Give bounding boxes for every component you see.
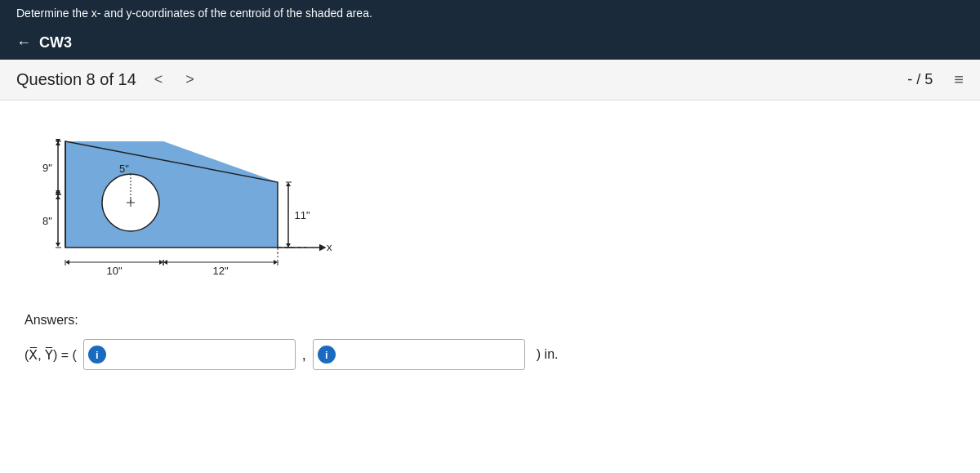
course-title: CW3 xyxy=(39,34,72,51)
dim-11-label: 11" xyxy=(294,209,310,221)
next-question-button[interactable]: > xyxy=(180,69,199,90)
score-display: - / 5 xyxy=(907,71,933,88)
svg-marker-20 xyxy=(65,260,69,265)
axis-x-label: x xyxy=(327,241,332,253)
top-banner: Determine the x- and y-coordinates of th… xyxy=(0,0,980,26)
input1-wrapper: i xyxy=(83,339,296,370)
question-header: Question 8 of 14 < > - / 5 ≡ xyxy=(0,60,980,100)
svg-marker-21 xyxy=(159,260,163,265)
svg-marker-30 xyxy=(56,141,60,145)
input2-wrapper: i xyxy=(313,339,525,370)
unit-label: ) in. xyxy=(537,347,559,362)
dim-9-label: 9" xyxy=(42,162,52,174)
svg-marker-33 xyxy=(56,195,60,199)
equation-label: (X̅, Y̅) = ( xyxy=(24,347,77,363)
dim-12-label: 12" xyxy=(212,265,228,277)
input-row: (X̅, Y̅) = ( i , i ) in. xyxy=(24,339,956,370)
dim-8-label: 8" xyxy=(42,215,52,227)
svg-marker-34 xyxy=(56,243,60,247)
back-arrow-icon[interactable]: ← xyxy=(16,34,31,51)
svg-marker-36 xyxy=(286,182,291,186)
diagram-container: 9" 8" 5" 11" x 10 xyxy=(24,125,956,297)
info-icon-2[interactable]: i xyxy=(318,346,336,364)
main-content: 9" 8" 5" 11" x 10 xyxy=(0,100,980,473)
info-icon-1[interactable]: i xyxy=(88,346,106,364)
diagram-svg: 9" 8" 5" 11" x 10 xyxy=(24,125,368,297)
y-coordinate-input[interactable] xyxy=(313,339,525,370)
prev-question-button[interactable]: < xyxy=(149,69,168,90)
svg-marker-31 xyxy=(56,190,60,194)
dim-5-label: 5" xyxy=(119,163,129,175)
svg-marker-25 xyxy=(163,260,167,265)
nav-bar: ← CW3 xyxy=(0,26,980,60)
question-number: Question 8 of 14 xyxy=(16,70,136,89)
answers-section: Answers: (X̅, Y̅) = ( i , i ) in. xyxy=(24,313,956,370)
dim-10-label: 10" xyxy=(106,265,122,277)
x-coordinate-input[interactable] xyxy=(83,339,296,370)
answers-label: Answers: xyxy=(24,313,956,328)
list-icon[interactable]: ≡ xyxy=(954,70,964,89)
banner-text: Determine the x- and y-coordinates of th… xyxy=(16,7,372,20)
svg-marker-26 xyxy=(274,260,278,265)
comma-separator: , xyxy=(302,346,306,364)
svg-marker-1 xyxy=(163,141,278,248)
